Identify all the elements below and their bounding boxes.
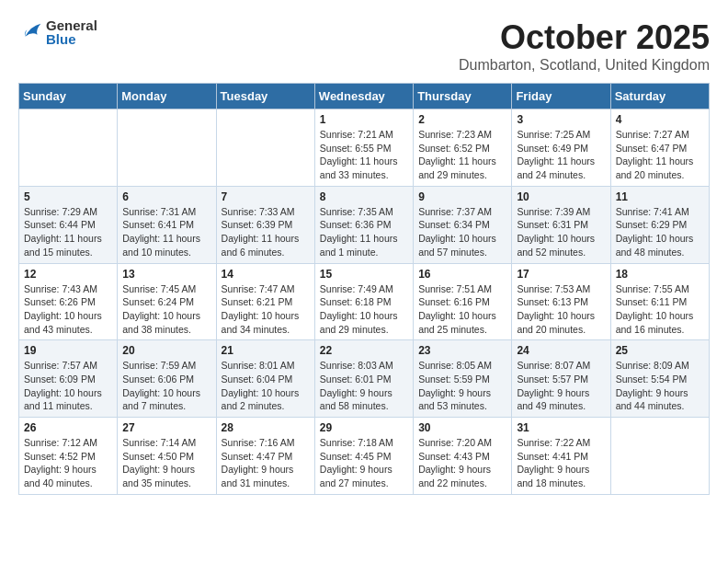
day-number: 20	[122, 344, 210, 357]
day-number: 18	[616, 268, 704, 281]
logo-blue: Blue	[46, 32, 97, 46]
logo-text-block: General Blue	[46, 18, 97, 46]
calendar-cell: 6Sunrise: 7:31 AM Sunset: 6:41 PM Daylig…	[118, 186, 216, 263]
day-number: 2	[418, 113, 506, 126]
day-info: Sunrise: 8:01 AM Sunset: 6:04 PM Dayligh…	[222, 359, 310, 413]
day-header: Saturday	[610, 84, 709, 109]
calendar-cell: 16Sunrise: 7:51 AM Sunset: 6:16 PM Dayli…	[414, 263, 512, 340]
day-number: 31	[517, 421, 605, 434]
day-number: 23	[418, 344, 506, 357]
day-number: 1	[320, 113, 408, 126]
day-number: 5	[24, 190, 112, 203]
day-info: Sunrise: 7:23 AM Sunset: 6:52 PM Dayligh…	[418, 128, 506, 182]
calendar-cell: 7Sunrise: 7:33 AM Sunset: 6:39 PM Daylig…	[216, 186, 314, 263]
day-number: 8	[320, 190, 408, 203]
day-number: 30	[418, 421, 506, 434]
day-info: Sunrise: 7:47 AM Sunset: 6:21 PM Dayligh…	[222, 282, 310, 337]
day-info: Sunrise: 7:53 AM Sunset: 6:13 PM Dayligh…	[517, 282, 605, 337]
day-info: Sunrise: 8:09 AM Sunset: 5:54 PM Dayligh…	[616, 359, 704, 413]
day-header: Monday	[118, 84, 216, 109]
day-header: Friday	[512, 84, 610, 109]
calendar-cell: 9Sunrise: 7:37 AM Sunset: 6:34 PM Daylig…	[414, 186, 512, 263]
calendar-cell: 19Sunrise: 7:57 AM Sunset: 6:09 PM Dayli…	[19, 340, 118, 418]
day-header: Tuesday	[216, 84, 314, 109]
day-info: Sunrise: 7:39 AM Sunset: 6:31 PM Dayligh…	[517, 205, 605, 259]
calendar-week-row: 26Sunrise: 7:12 AM Sunset: 4:52 PM Dayli…	[19, 418, 710, 495]
day-info: Sunrise: 7:20 AM Sunset: 4:43 PM Dayligh…	[418, 436, 506, 490]
day-info: Sunrise: 7:37 AM Sunset: 6:34 PM Dayligh…	[418, 205, 506, 259]
day-info: Sunrise: 7:27 AM Sunset: 6:47 PM Dayligh…	[616, 128, 704, 182]
calendar-week-row: 19Sunrise: 7:57 AM Sunset: 6:09 PM Dayli…	[19, 340, 710, 418]
day-info: Sunrise: 7:55 AM Sunset: 6:11 PM Dayligh…	[616, 282, 704, 337]
calendar-cell: 26Sunrise: 7:12 AM Sunset: 4:52 PM Dayli…	[19, 418, 118, 495]
day-number: 16	[418, 268, 506, 281]
day-info: Sunrise: 8:07 AM Sunset: 5:57 PM Dayligh…	[517, 359, 605, 413]
calendar-cell: 5Sunrise: 7:29 AM Sunset: 6:44 PM Daylig…	[19, 186, 118, 263]
day-number: 27	[122, 421, 210, 434]
day-number: 11	[616, 190, 704, 203]
calendar-cell: 14Sunrise: 7:47 AM Sunset: 6:21 PM Dayli…	[216, 263, 314, 340]
day-info: Sunrise: 7:18 AM Sunset: 4:45 PM Dayligh…	[320, 436, 408, 490]
calendar-cell: 12Sunrise: 7:43 AM Sunset: 6:26 PM Dayli…	[19, 263, 118, 340]
calendar-cell: 21Sunrise: 8:01 AM Sunset: 6:04 PM Dayli…	[216, 340, 314, 418]
location: Dumbarton, Scotland, United Kingdom	[459, 57, 710, 74]
day-info: Sunrise: 7:22 AM Sunset: 4:41 PM Dayligh…	[517, 436, 605, 490]
calendar-cell: 25Sunrise: 8:09 AM Sunset: 5:54 PM Dayli…	[610, 340, 709, 418]
calendar-table: SundayMondayTuesdayWednesdayThursdayFrid…	[18, 83, 710, 495]
day-number: 12	[24, 268, 112, 281]
day-header: Wednesday	[314, 84, 413, 109]
day-number: 4	[616, 113, 704, 126]
calendar-week-row: 12Sunrise: 7:43 AM Sunset: 6:26 PM Dayli…	[19, 263, 710, 340]
day-info: Sunrise: 7:41 AM Sunset: 6:29 PM Dayligh…	[616, 205, 704, 259]
day-info: Sunrise: 7:21 AM Sunset: 6:55 PM Dayligh…	[320, 128, 408, 182]
calendar-cell: 17Sunrise: 7:53 AM Sunset: 6:13 PM Dayli…	[512, 263, 610, 340]
calendar-week-row: 1Sunrise: 7:21 AM Sunset: 6:55 PM Daylig…	[19, 109, 710, 187]
calendar-cell: 23Sunrise: 8:05 AM Sunset: 5:59 PM Dayli…	[414, 340, 512, 418]
day-number: 19	[24, 344, 112, 357]
day-header: Sunday	[19, 84, 118, 109]
header: General Blue October 2025 Dumbarton, Sco…	[18, 18, 710, 74]
logo: General Blue	[18, 18, 97, 46]
day-number: 25	[616, 344, 704, 357]
calendar-cell	[610, 418, 709, 495]
day-info: Sunrise: 7:12 AM Sunset: 4:52 PM Dayligh…	[24, 436, 112, 490]
calendar-week-row: 5Sunrise: 7:29 AM Sunset: 6:44 PM Daylig…	[19, 186, 710, 263]
page: General Blue October 2025 Dumbarton, Sco…	[0, 0, 728, 504]
calendar-cell: 31Sunrise: 7:22 AM Sunset: 4:41 PM Dayli…	[512, 418, 610, 495]
day-number: 28	[222, 421, 310, 434]
calendar-cell: 29Sunrise: 7:18 AM Sunset: 4:45 PM Dayli…	[314, 418, 413, 495]
calendar-cell: 30Sunrise: 7:20 AM Sunset: 4:43 PM Dayli…	[414, 418, 512, 495]
calendar-cell: 22Sunrise: 8:03 AM Sunset: 6:01 PM Dayli…	[314, 340, 413, 418]
day-number: 9	[418, 190, 506, 203]
day-info: Sunrise: 7:14 AM Sunset: 4:50 PM Dayligh…	[122, 436, 210, 490]
day-info: Sunrise: 7:59 AM Sunset: 6:06 PM Dayligh…	[122, 359, 210, 413]
day-info: Sunrise: 7:51 AM Sunset: 6:16 PM Dayligh…	[418, 282, 506, 337]
day-number: 22	[320, 344, 408, 357]
day-number: 7	[222, 190, 310, 203]
logo-general: General	[46, 18, 97, 32]
calendar-cell: 20Sunrise: 7:59 AM Sunset: 6:06 PM Dayli…	[118, 340, 216, 418]
title-area: October 2025 Dumbarton, Scotland, United…	[459, 18, 710, 74]
day-number: 15	[320, 268, 408, 281]
day-info: Sunrise: 7:45 AM Sunset: 6:24 PM Dayligh…	[122, 282, 210, 337]
calendar-cell: 28Sunrise: 7:16 AM Sunset: 4:47 PM Dayli…	[216, 418, 314, 495]
day-info: Sunrise: 7:43 AM Sunset: 6:26 PM Dayligh…	[24, 282, 112, 337]
calendar-cell: 2Sunrise: 7:23 AM Sunset: 6:52 PM Daylig…	[414, 109, 512, 187]
calendar-cell: 8Sunrise: 7:35 AM Sunset: 6:36 PM Daylig…	[314, 186, 413, 263]
calendar-cell: 4Sunrise: 7:27 AM Sunset: 6:47 PM Daylig…	[610, 109, 709, 187]
day-number: 6	[122, 190, 210, 203]
day-number: 24	[517, 344, 605, 357]
day-info: Sunrise: 7:57 AM Sunset: 6:09 PM Dayligh…	[24, 359, 112, 413]
day-number: 13	[122, 268, 210, 281]
calendar-header-row: SundayMondayTuesdayWednesdayThursdayFrid…	[19, 84, 710, 109]
day-info: Sunrise: 7:25 AM Sunset: 6:49 PM Dayligh…	[517, 128, 605, 182]
day-number: 21	[222, 344, 310, 357]
day-number: 10	[517, 190, 605, 203]
day-number: 14	[222, 268, 310, 281]
day-number: 29	[320, 421, 408, 434]
day-info: Sunrise: 8:05 AM Sunset: 5:59 PM Dayligh…	[418, 359, 506, 413]
calendar-cell: 13Sunrise: 7:45 AM Sunset: 6:24 PM Dayli…	[118, 263, 216, 340]
day-number: 17	[517, 268, 605, 281]
day-info: Sunrise: 7:31 AM Sunset: 6:41 PM Dayligh…	[122, 205, 210, 259]
calendar-cell: 15Sunrise: 7:49 AM Sunset: 6:18 PM Dayli…	[314, 263, 413, 340]
